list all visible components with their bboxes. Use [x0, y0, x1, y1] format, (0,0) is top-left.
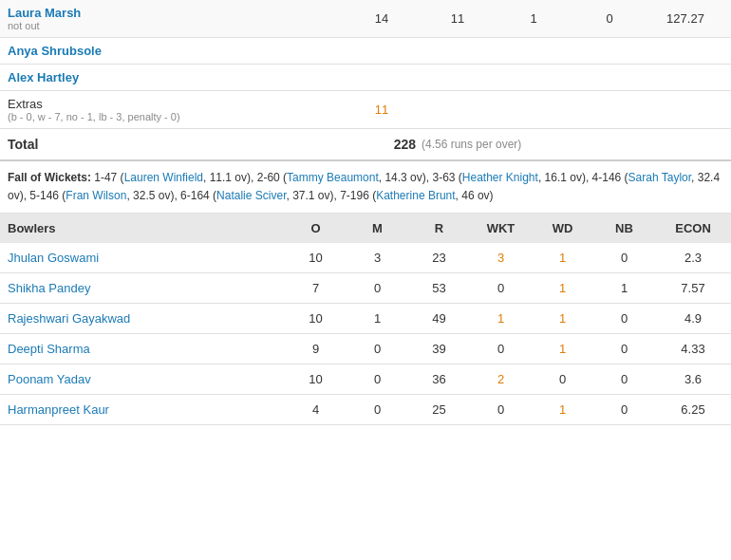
- bowler-name[interactable]: Rajeshwari Gayakwad: [0, 304, 285, 334]
- col-header-m: M: [347, 214, 408, 243]
- batter-name-cell: Anya Shrubsole: [8, 44, 292, 58]
- bowler-name[interactable]: Poonam Yadav: [0, 364, 285, 395]
- fow-link-2[interactable]: Tammy Beaumont: [287, 171, 379, 184]
- fow-title: Fall of Wickets:: [8, 171, 91, 184]
- player-name[interactable]: Alex Hartley: [8, 70, 292, 84]
- bowler-wd: 1: [532, 304, 593, 334]
- extras-detail: (b - 0, w - 7, no - 1, lb - 3, penalty -…: [8, 111, 292, 122]
- extras-number: 11: [344, 103, 420, 117]
- balls: 11: [420, 11, 496, 26]
- bowler-econ: 4.9: [655, 304, 731, 334]
- total-label: Total: [8, 137, 292, 152]
- bowler-nb: 0: [593, 395, 655, 425]
- bowler-nb: 1: [593, 273, 655, 304]
- bowler-row: Jhulan Goswami 10 3 23 3 1 0 2.3: [0, 243, 731, 273]
- bowler-r: 25: [408, 395, 470, 425]
- bowler-o: 10: [285, 364, 347, 395]
- extras-title: Extras: [8, 97, 292, 111]
- strike-rate: 127.27: [647, 11, 723, 26]
- bowler-wkt: 0: [470, 395, 532, 425]
- player-name[interactable]: Laura Marsh: [8, 6, 292, 20]
- col-header-name: Bowlers: [0, 214, 285, 243]
- bowler-r: 23: [408, 243, 470, 273]
- bowler-o: 9: [285, 334, 347, 364]
- bowler-wd: 1: [532, 334, 593, 364]
- bowler-r: 53: [408, 273, 470, 304]
- batter-row-laura-marsh: Laura Marsh not out 14 11 1 0 127.27: [0, 0, 731, 38]
- fow-link-3[interactable]: Heather Knight: [462, 171, 538, 184]
- bowlers-table: Bowlers O M R WKT WD NB ECON Jhulan Gosw…: [0, 214, 731, 425]
- bowler-econ: 7.57: [655, 273, 731, 304]
- bowler-m: 0: [347, 395, 408, 425]
- bowler-o: 10: [285, 243, 347, 273]
- bowler-wkt: 1: [470, 304, 532, 334]
- fall-of-wickets: Fall of Wickets: 1-47 (Lauren Winfield, …: [0, 161, 731, 214]
- runs: 14: [344, 11, 420, 26]
- bowler-m: 0: [347, 364, 408, 395]
- bowler-wd: 1: [532, 273, 593, 304]
- bowler-wd: 1: [532, 395, 593, 425]
- col-header-wd: WD: [532, 214, 593, 243]
- total-value-container: 228 (4.56 runs per over): [292, 137, 723, 152]
- bowler-name[interactable]: Deepti Sharma: [0, 334, 285, 364]
- bowler-name[interactable]: Jhulan Goswami: [0, 243, 285, 273]
- bowler-econ: 3.6: [655, 364, 731, 395]
- total-number: 228: [394, 137, 416, 152]
- scorecard: Laura Marsh not out 14 11 1 0 127.27 Any…: [0, 0, 731, 425]
- fow-link-7[interactable]: Katherine Brunt: [376, 189, 455, 202]
- fow-link-1[interactable]: Lauren Winfield: [124, 171, 203, 184]
- bowler-wkt: 0: [470, 334, 532, 364]
- bowler-row: Shikha Pandey 7 0 53 0 1 1 7.57: [0, 273, 731, 304]
- col-header-econ: ECON: [655, 214, 731, 243]
- bowler-nb: 0: [593, 364, 655, 395]
- bowler-m: 0: [347, 273, 408, 304]
- bowler-row: Poonam Yadav 10 0 36 2 0 0 3.6: [0, 364, 731, 395]
- col-header-nb: NB: [593, 214, 655, 243]
- fours: 1: [496, 11, 572, 26]
- total-number-group: 228 (4.56 runs per over): [420, 137, 496, 152]
- fow-link-6[interactable]: Natalie Sciver: [216, 189, 286, 202]
- col-header-wkt: WKT: [470, 214, 532, 243]
- col-header-r: R: [408, 214, 470, 243]
- bowler-r: 49: [408, 304, 470, 334]
- bowler-m: 3: [347, 243, 408, 273]
- bowler-r: 36: [408, 364, 470, 395]
- bowler-wkt: 2: [470, 364, 532, 395]
- extras-value-container: 11: [292, 103, 723, 117]
- bowler-wd: 1: [532, 243, 593, 273]
- fow-link-5[interactable]: Fran Wilson: [66, 189, 126, 202]
- fow-link-4[interactable]: Sarah Taylor: [628, 171, 692, 184]
- extras-filler4: [647, 103, 723, 117]
- batter-stats: 14 11 1 0 127.27: [292, 11, 723, 26]
- extras-filler3: [572, 103, 647, 117]
- extras-row: Extras (b - 0, w - 7, no - 1, lb - 3, pe…: [0, 91, 731, 129]
- batter-name-cell: Alex Hartley: [8, 70, 292, 84]
- batter-row-anya: Anya Shrubsole: [0, 38, 731, 65]
- bowler-nb: 0: [593, 304, 655, 334]
- bowler-row: Rajeshwari Gayakwad 10 1 49 1 1 0 4.9: [0, 304, 731, 334]
- bowler-row: Harmanpreet Kaur 4 0 25 0 1 0 6.25: [0, 395, 731, 425]
- bowler-o: 7: [285, 273, 347, 304]
- player-name[interactable]: Anya Shrubsole: [8, 44, 292, 58]
- bowler-r: 39: [408, 334, 470, 364]
- extras-filler1: [420, 103, 496, 117]
- bowler-wd: 0: [532, 364, 593, 395]
- bowler-wkt: 0: [470, 273, 532, 304]
- bowler-econ: 2.3: [655, 243, 731, 273]
- bowler-o: 4: [285, 395, 347, 425]
- bowler-wkt: 3: [470, 243, 532, 273]
- fow-text: 1-47 (Lauren Winfield, 11.1 ov), 2-60 (T…: [8, 171, 720, 202]
- batter-row-alex: Alex Hartley: [0, 65, 731, 91]
- extras-filler2: [496, 103, 572, 117]
- sixes: 0: [572, 11, 647, 26]
- total-rpo: (4.56 runs per over): [422, 138, 521, 151]
- bowler-nb: 0: [593, 334, 655, 364]
- bowler-o: 10: [285, 304, 347, 334]
- player-status: not out: [8, 20, 292, 31]
- bowler-name[interactable]: Harmanpreet Kaur: [0, 395, 285, 425]
- bowler-nb: 0: [593, 243, 655, 273]
- bowler-name[interactable]: Shikha Pandey: [0, 273, 285, 304]
- bowlers-header-row: Bowlers O M R WKT WD NB ECON: [0, 214, 731, 243]
- col-header-o: O: [285, 214, 347, 243]
- bowler-row: Deepti Sharma 9 0 39 0 1 0 4.33: [0, 334, 731, 364]
